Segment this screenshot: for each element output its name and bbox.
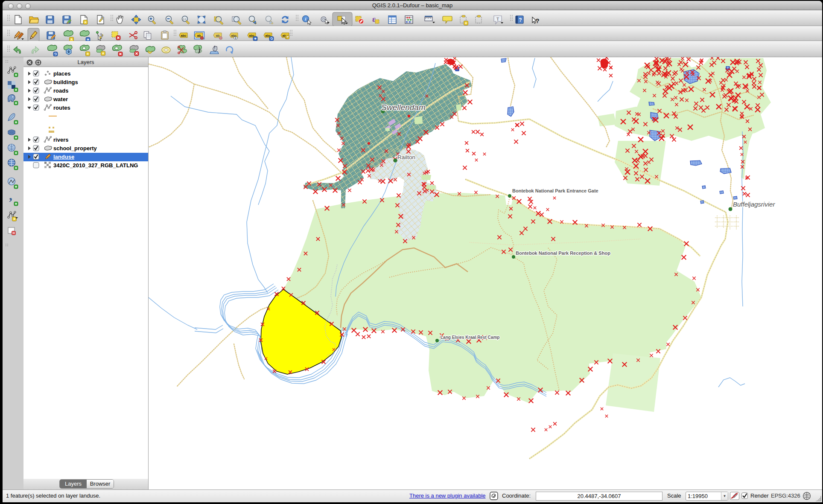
svg-text:?: ?	[519, 17, 522, 23]
svg-text:1:1: 1:1	[183, 18, 187, 20]
svg-text:Bontebok National Park Recepti: Bontebok National Park Reception & Shop	[516, 251, 610, 256]
svg-text:i: i	[305, 17, 306, 21]
svg-text:Swellendam: Swellendam	[381, 103, 426, 112]
svg-text:Buffeljagsrivier: Buffeljagsrivier	[733, 201, 775, 208]
svg-text:ab: ab	[197, 34, 201, 38]
svg-text:ab: ab	[216, 34, 220, 38]
svg-text:ε: ε	[372, 15, 376, 23]
svg-text:Lang Elsies Kraal Rest Camp: Lang Elsies Kraal Rest Camp	[441, 335, 499, 340]
svg-text:?: ?	[535, 17, 539, 24]
svg-text:,: ,	[9, 188, 12, 202]
svg-text:Bontebok National Park Entranc: Bontebok National Park Entrance Gate	[512, 188, 598, 193]
svg-text:Railton: Railton	[397, 154, 415, 160]
svg-text:T: T	[496, 17, 499, 21]
svg-text:abc: abc	[181, 34, 187, 38]
